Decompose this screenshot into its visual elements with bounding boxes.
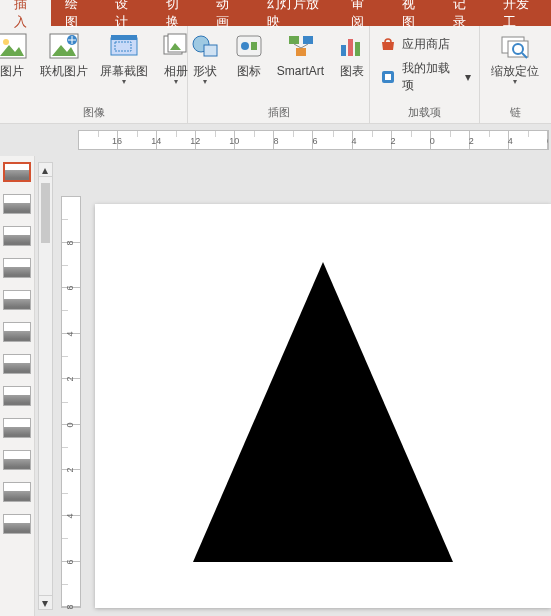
- tab-insert[interactable]: 插入: [0, 0, 51, 26]
- thumb-scroll-gutter: ▴ ▾: [35, 156, 55, 616]
- button-label: 屏幕截图: [100, 64, 148, 78]
- triangle-shape[interactable]: [193, 262, 453, 562]
- button-label: 我的加载项: [402, 60, 461, 94]
- vertical-ruler[interactable]: 8 6 4 2 0 2 4 6 8: [61, 196, 81, 608]
- store-icon: [378, 34, 398, 54]
- slide-thumb[interactable]: [3, 290, 31, 310]
- main-area: ▴ ▾ 8 6 4 2 0 2 4 6 8: [0, 156, 551, 616]
- button-label: 图表: [340, 64, 364, 78]
- group-label: 加载项: [370, 103, 479, 123]
- button-label: 缩放定位: [491, 64, 539, 78]
- horizontal-ruler-wrap: 16 14 12 10 8 6 4 2 0 2 4 6: [78, 124, 551, 156]
- ribbon: 图片 联机图片 屏幕截图 ▾ 相册 ▾: [0, 26, 551, 124]
- svg-rect-17: [341, 45, 346, 56]
- slide-thumb[interactable]: [3, 258, 31, 278]
- online-picture-button[interactable]: 联机图片: [34, 30, 94, 78]
- button-label: 图标: [237, 64, 261, 78]
- ribbon-group-images: 图片 联机图片 屏幕截图 ▾ 相册 ▾: [0, 26, 188, 123]
- chevron-down-icon: ▾: [513, 77, 517, 86]
- svg-rect-18: [348, 39, 353, 56]
- ruler-tick: 8: [65, 605, 75, 610]
- svg-point-1: [3, 39, 9, 45]
- ribbon-tabs: 插入 绘图 设计 切换 动画 幻灯片放映 审阅 视图 记录 开发工: [0, 0, 551, 26]
- smartart-button[interactable]: SmartArt: [271, 30, 330, 78]
- slide-thumb[interactable]: [3, 354, 31, 374]
- svg-rect-14: [289, 36, 299, 44]
- tab-developer[interactable]: 开发工: [489, 0, 551, 26]
- smartart-icon: [285, 30, 317, 62]
- chart-button[interactable]: 图表: [330, 30, 374, 78]
- slide-thumb[interactable]: [3, 514, 31, 534]
- screenshot-button[interactable]: 屏幕截图 ▾: [94, 30, 154, 86]
- button-label: 联机图片: [40, 64, 88, 78]
- slide-thumb[interactable]: [3, 162, 31, 182]
- svg-rect-19: [355, 42, 360, 56]
- slide-thumb[interactable]: [3, 386, 31, 406]
- icons-button[interactable]: 图标: [227, 30, 271, 78]
- tab-view[interactable]: 视图: [388, 0, 439, 26]
- ruler-tick: 6: [547, 136, 549, 146]
- svg-rect-15: [303, 36, 313, 44]
- group-label: 图像: [0, 103, 187, 123]
- ribbon-group-zoom: 缩放定位 ▾ 链: [480, 26, 550, 123]
- store-button[interactable]: 应用商店: [378, 34, 471, 54]
- icons-icon: [233, 30, 265, 62]
- chevron-down-icon: ▾: [174, 77, 178, 86]
- group-label: 插图: [188, 103, 369, 123]
- button-label: 图片: [0, 64, 24, 78]
- slide-thumb[interactable]: [3, 194, 31, 214]
- tab-animation[interactable]: 动画: [202, 0, 253, 26]
- slide-thumbnails: [0, 156, 35, 616]
- slide-thumb[interactable]: [3, 226, 31, 246]
- svg-point-12: [241, 42, 249, 50]
- slide-thumb[interactable]: [3, 482, 31, 502]
- tab-record[interactable]: 记录: [439, 0, 490, 26]
- tab-transition[interactable]: 切换: [152, 0, 203, 26]
- ribbon-group-illustrations: 形状 ▾ 图标 SmartArt 图表 插图: [188, 26, 370, 123]
- myaddins-button[interactable]: 我的加载项 ▾: [378, 60, 471, 94]
- picture-icon: [0, 30, 28, 62]
- horizontal-ruler[interactable]: 16 14 12 10 8 6 4 2 0 2 4 6: [78, 130, 549, 150]
- scroll-up-icon[interactable]: ▴: [39, 163, 52, 177]
- tab-design[interactable]: 设计: [101, 0, 152, 26]
- tab-slideshow[interactable]: 幻灯片放映: [253, 0, 337, 26]
- zoom-icon: [499, 30, 531, 62]
- addins-icon: [378, 67, 398, 87]
- tab-review[interactable]: 审阅: [337, 0, 388, 26]
- svg-rect-13: [251, 42, 257, 50]
- ribbon-group-addins: 应用商店 我的加载项 ▾ 加载项: [370, 26, 480, 123]
- slide-canvas[interactable]: [95, 204, 551, 608]
- chart-icon: [336, 30, 368, 62]
- zoom-button[interactable]: 缩放定位 ▾: [485, 30, 545, 86]
- button-label: SmartArt: [277, 64, 324, 78]
- chevron-down-icon: ▾: [203, 77, 207, 86]
- svg-rect-16: [296, 48, 306, 56]
- picture-button[interactable]: 图片: [0, 30, 34, 78]
- button-label: 形状: [193, 64, 217, 78]
- chevron-down-icon: ▾: [122, 77, 126, 86]
- svg-rect-21: [385, 74, 391, 80]
- button-label: 应用商店: [402, 36, 450, 53]
- svg-rect-10: [204, 45, 217, 56]
- online-picture-icon: [48, 30, 80, 62]
- slide-thumb[interactable]: [3, 322, 31, 342]
- slide-thumb[interactable]: [3, 450, 31, 470]
- shapes-icon: [189, 30, 221, 62]
- scroll-thumb[interactable]: [41, 183, 50, 243]
- group-label: 链: [480, 103, 550, 123]
- chevron-down-icon: ▾: [465, 70, 471, 84]
- tab-draw[interactable]: 绘图: [51, 0, 102, 26]
- screenshot-icon: [108, 30, 140, 62]
- slide-thumb[interactable]: [3, 418, 31, 438]
- slide-editor: 8 6 4 2 0 2 4 6 8: [55, 156, 551, 616]
- scroll-down-icon[interactable]: ▾: [39, 595, 52, 609]
- shapes-button[interactable]: 形状 ▾: [183, 30, 227, 86]
- svg-rect-5: [111, 35, 137, 40]
- thumb-scrollbar[interactable]: ▴ ▾: [38, 162, 53, 610]
